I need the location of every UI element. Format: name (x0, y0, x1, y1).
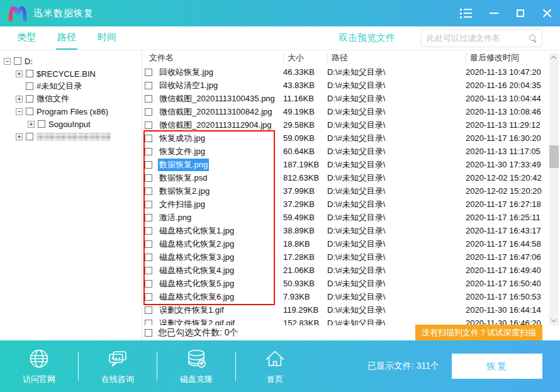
table-row[interactable]: 恢复文件.jpg60.64KBD:\#未知父目录\2020-11-13 11:1… (142, 145, 560, 158)
vertical-scrollbar[interactable] (549, 53, 559, 325)
column-header-0[interactable]: 文件名 (142, 52, 283, 64)
file-path: D:\#未知父目录\ (327, 146, 466, 157)
expand-icon[interactable]: + (16, 70, 23, 77)
row-checkbox[interactable] (145, 267, 152, 274)
deep-scan-button[interactable]: 没有扫描到文件？试试深度扫描 (415, 325, 542, 340)
file-name: 数据恢复.psd (158, 172, 209, 184)
row-checkbox[interactable] (145, 214, 152, 221)
table-row[interactable]: 磁盘格式化恢复6.jpg7.93KBD:\#未知父目录\2020-11-17 1… (142, 290, 560, 303)
row-checkbox[interactable] (145, 254, 152, 261)
table-row[interactable]: 微信截图_20201113112904.jpg29.58KBD:\#未知父目录\… (142, 118, 560, 132)
file-path: D:\#未知父目录\ (327, 120, 466, 131)
table-row[interactable]: 误删文件恢复2.gif.gif152.83KBD:\#未知父目录\2020-11… (142, 316, 560, 325)
table-row[interactable]: 恢复成功.jpg59.09KBD:\#未知父目录\2020-11-17 16:3… (142, 132, 560, 145)
row-checkbox[interactable] (145, 320, 152, 326)
toolbar: 类型路径时间 双击预览文件 (0, 26, 560, 50)
scroll-down-icon[interactable] (549, 316, 559, 325)
tree-checkbox[interactable] (26, 82, 33, 90)
row-checkbox[interactable] (145, 306, 152, 314)
tree-item[interactable]: + (0, 130, 142, 143)
tree-checkbox[interactable] (14, 57, 21, 65)
row-checkbox[interactable] (145, 280, 152, 288)
tree-checkbox[interactable] (26, 108, 33, 115)
table-row[interactable]: 文件扫描.jpg37.29KBD:\#未知父目录\2020-11-17 16:2… (142, 198, 560, 211)
file-mtime: 2020-12-02 15:20:42 (466, 173, 560, 182)
expand-icon[interactable]: + (28, 121, 35, 128)
scrollbar-thumb[interactable] (549, 145, 559, 168)
table-row[interactable]: 数据恢复.png187.19KBD:\#未知父目录\2020-11-30 17:… (142, 158, 560, 171)
tree-item[interactable]: #未知父目录 (0, 80, 142, 92)
recover-button[interactable]: 恢复 (452, 354, 542, 379)
table-row[interactable]: 微信截图_20201113100435.png11.16KBD:\#未知父目录\… (142, 92, 560, 105)
collapse-icon[interactable]: − (16, 108, 23, 115)
row-checkbox[interactable] (145, 201, 152, 208)
table-row[interactable]: 回收站恢复.jpg46.33KBD:\#未知父目录\2020-11-13 10:… (142, 65, 560, 79)
table-row[interactable]: 回收站清空1.jpg43.83KBD:\#未知父目录\2020-11-16 20… (142, 79, 560, 92)
tree-item[interactable]: −D: (0, 55, 142, 67)
globe-icon (28, 347, 50, 370)
file-name: 磁盘格式化恢复6.jpg (158, 291, 235, 303)
tab-time[interactable]: 时间 (96, 26, 118, 50)
table-row[interactable]: 激活.png59.49KBD:\#未知父目录\2020-11-17 16:25:… (142, 211, 560, 224)
table-row[interactable]: 磁盘格式化恢复1.jpg38.89KBD:\#未知父目录\2020-11-17 … (142, 224, 560, 237)
row-checkbox[interactable] (145, 293, 152, 301)
nav-item-3[interactable]: 首页 (236, 340, 314, 392)
collapse-icon[interactable]: − (4, 58, 11, 65)
expand-icon[interactable]: + (16, 96, 23, 103)
maximize-icon[interactable] (516, 9, 525, 18)
tree-item[interactable]: −Program Files (x86) (0, 105, 142, 118)
list-menu-icon[interactable] (460, 9, 472, 18)
tree-checkbox[interactable] (26, 133, 33, 140)
table-row[interactable]: 磁盘格式化恢复5.jpg50.93KBD:\#未知父目录\2020-11-17 … (142, 277, 560, 290)
row-checkbox[interactable] (145, 108, 152, 116)
row-checkbox[interactable] (145, 121, 152, 129)
search-icon[interactable] (529, 35, 537, 42)
tree-item[interactable]: +$RECYCLE.BIN (0, 67, 142, 80)
nav-item-0[interactable]: 访问官网 (0, 340, 78, 392)
file-mtime: 2020-11-13 11:17:05 (466, 147, 560, 156)
file-path: D:\#未知父目录\ (327, 225, 466, 237)
row-checkbox[interactable] (145, 240, 152, 248)
tree-item[interactable]: +微信文件 (0, 92, 142, 105)
file-mtime: 2020-11-13 10:08:46 (466, 107, 560, 116)
tree-item[interactable]: +SogouInput (0, 118, 142, 130)
search-input[interactable] (427, 33, 529, 43)
nav-item-label: 在线咨询 (101, 374, 134, 385)
file-path: D:\#未知父目录\ (327, 93, 466, 104)
tab-type[interactable]: 类型 (16, 26, 37, 50)
table-row[interactable]: 数据恢复.psd812.63KBD:\#未知父目录\2020-12-02 15:… (142, 171, 560, 184)
close-icon[interactable] (542, 9, 551, 18)
row-checkbox[interactable] (145, 82, 152, 89)
table-row[interactable]: 磁盘格式化恢复4.jpg21.06KBD:\#未知父目录\2020-11-17 … (142, 264, 560, 277)
table-row[interactable]: 微信截图_20201113100842.jpg49.19KBD:\#未知父目录\… (142, 105, 560, 118)
expand-icon[interactable]: + (16, 133, 23, 140)
nav-item-1[interactable]: 在线咨询 (79, 340, 157, 392)
select-all-checkbox[interactable] (145, 329, 152, 337)
tree-checkbox[interactable] (26, 95, 33, 103)
tab-bar: 类型路径时间 (16, 26, 118, 50)
minimize-icon[interactable] (490, 9, 498, 18)
app-logo-icon (6, 4, 29, 23)
column-header-1[interactable]: 大小 (283, 52, 327, 64)
row-checkbox[interactable] (145, 69, 152, 76)
row-checkbox[interactable] (145, 148, 152, 155)
tree-checkbox[interactable] (26, 70, 33, 77)
row-checkbox[interactable] (145, 188, 152, 195)
tab-path[interactable]: 路径 (56, 26, 77, 50)
scroll-up-icon[interactable] (549, 53, 559, 63)
row-checkbox[interactable] (145, 227, 152, 235)
file-size: 43.83KB (283, 81, 327, 90)
row-checkbox[interactable] (145, 135, 152, 142)
row-checkbox[interactable] (145, 161, 152, 169)
tree-checkbox[interactable] (38, 120, 45, 128)
row-checkbox[interactable] (145, 174, 152, 182)
row-checkbox[interactable] (145, 95, 152, 103)
column-header-2[interactable]: 路径 (327, 52, 466, 64)
table-row[interactable]: 磁盘格式化恢复3.jpg17.28KBD:\#未知父目录\2020-11-17 … (142, 250, 560, 264)
table-row[interactable]: 数据恢复2.jpg37.99KBD:\#未知父目录\2020-12-02 15:… (142, 184, 560, 198)
file-name: 微信截图_20201113100842.jpg (158, 106, 273, 118)
nav-item-2[interactable]: 磁盘克隆 (157, 340, 235, 392)
table-row[interactable]: 磁盘格式化恢复2.jpg18.8KBD:\#未知父目录\2020-11-17 1… (142, 237, 560, 250)
table-row[interactable]: 误删文件恢复1.gif119.29KBD:\#未知父目录\2020-11-30 … (142, 303, 560, 316)
column-header-3[interactable]: 最后修改时间 (466, 52, 560, 64)
